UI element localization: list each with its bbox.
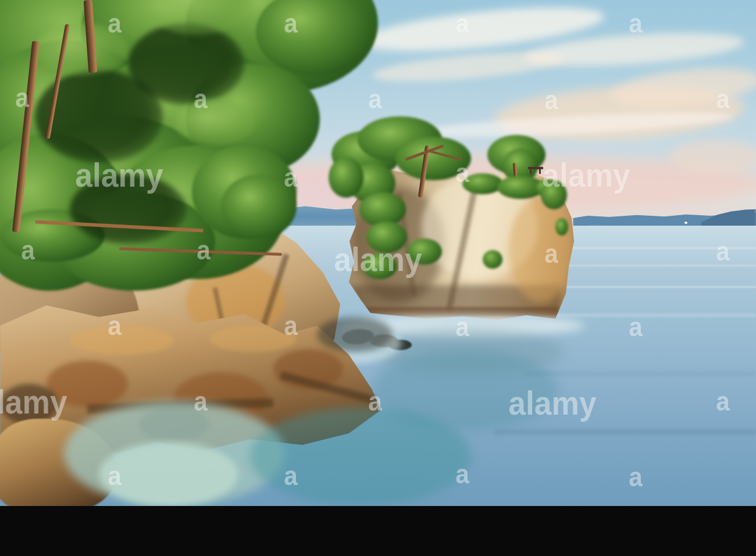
watermark-letter: a <box>284 8 298 39</box>
watermark-layer: alamyalamyalamyalamyalamyaaaaaaaaaaaaaaa… <box>0 0 756 506</box>
watermark-letter: a <box>455 458 469 490</box>
watermark-letter: a <box>108 8 122 39</box>
watermark-letter: a <box>284 460 298 491</box>
watermark-letter: a <box>368 386 382 417</box>
watermark-letter: a <box>716 236 730 267</box>
watermark-word: alamy <box>75 155 163 194</box>
watermark-word: alamy <box>542 155 630 194</box>
watermark-letter: a <box>108 460 122 491</box>
watermark-letter: a <box>716 83 730 115</box>
watermark-letter: a <box>368 83 382 115</box>
watermark-letter: a <box>455 311 469 343</box>
watermark-word: alamy <box>334 240 422 279</box>
watermark-letter: a <box>716 386 730 417</box>
footer-bar: alamy Image ID: 2PN210A www.alamy.com <box>0 506 756 556</box>
watermark-letter: a <box>108 310 122 341</box>
watermark-letter: a <box>455 8 469 39</box>
watermark-letter: a <box>455 157 469 188</box>
watermark-letter: a <box>194 386 208 417</box>
watermark-letter: a <box>544 238 558 269</box>
watermark-letter: a <box>284 310 298 341</box>
watermark-letter: a <box>194 83 208 115</box>
watermark-letter: a <box>629 8 643 39</box>
watermark-word: alamy <box>0 382 67 421</box>
watermark-letter: a <box>629 311 643 343</box>
watermark-letter: a <box>197 234 211 266</box>
watermark-letter: a <box>21 234 35 266</box>
watermark-word: alamy <box>508 383 596 422</box>
stock-photo-page: alamyalamyalamyalamyalamyaaaaaaaaaaaaaaa… <box>0 0 756 556</box>
watermark-letter: a <box>629 461 643 493</box>
photo-canvas: alamyalamyalamyalamyalamyaaaaaaaaaaaaaaa… <box>0 0 756 506</box>
watermark-letter: a <box>544 84 558 116</box>
watermark-letter: a <box>15 82 29 113</box>
watermark-letter: a <box>284 162 298 193</box>
